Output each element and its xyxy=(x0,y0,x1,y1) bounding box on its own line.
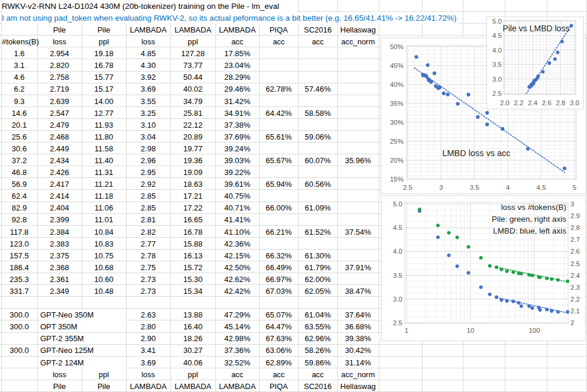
cell[interactable]: 4.85 xyxy=(127,48,170,59)
cell[interactable]: 11.18 xyxy=(82,190,125,202)
cell[interactable]: 45.14% xyxy=(216,321,259,332)
cell[interactable]: 38.47% xyxy=(338,286,378,297)
cell[interactable]: 15.88 xyxy=(171,238,215,250)
cell[interactable]: 62.4 xyxy=(2,190,37,202)
cell[interactable]: 64.42% xyxy=(260,108,298,119)
header-cell[interactable]: Pile xyxy=(82,24,125,35)
cell[interactable]: 2.468 xyxy=(38,131,81,142)
cell[interactable]: 62.05% xyxy=(299,286,337,297)
cell[interactable]: 19.36 xyxy=(171,155,215,166)
cell[interactable]: 235.3 xyxy=(2,274,37,285)
cell[interactable]: 66.21% xyxy=(260,226,298,238)
cell[interactable]: 2.414 xyxy=(38,190,81,202)
cell[interactable]: 14.00 xyxy=(82,96,125,107)
header-cell[interactable]: acc xyxy=(299,369,337,380)
header-cell[interactable]: Pile xyxy=(38,381,81,392)
cell[interactable]: 2.73 xyxy=(127,274,170,285)
cell[interactable]: 117.8 xyxy=(2,226,37,238)
header-cell[interactable]: LAMBADA xyxy=(171,381,215,392)
header-cell[interactable]: acc xyxy=(216,36,259,47)
cell[interactable]: 20.89 xyxy=(171,131,215,142)
cell[interactable]: 14.6 xyxy=(2,108,37,119)
cell[interactable]: 3.25 xyxy=(127,108,170,119)
header-cell[interactable]: loss xyxy=(127,369,170,380)
cell[interactable]: 10.84 xyxy=(82,226,125,238)
cell[interactable]: 42.62% xyxy=(216,274,259,285)
cell[interactable]: 37.36% xyxy=(216,345,259,356)
cell[interactable]: 15.30 xyxy=(171,274,215,285)
cell[interactable]: 32.52% xyxy=(216,357,259,368)
cell[interactable]: 37.91% xyxy=(338,262,378,273)
cell[interactable]: 3.69 xyxy=(127,357,170,368)
cell[interactable]: 16.78 xyxy=(171,226,215,238)
model-name-cell[interactable]: OPT 350M xyxy=(40,321,126,332)
cell[interactable]: 25.6 xyxy=(2,131,37,142)
cell[interactable]: 2.361 xyxy=(38,274,81,285)
cell[interactable]: 42.42% xyxy=(216,286,259,297)
cell[interactable]: 65.67% xyxy=(260,155,298,166)
cell[interactable]: 2.85 xyxy=(127,190,170,202)
header-cell[interactable]: acc_norm xyxy=(338,36,378,47)
cell[interactable]: 300.0 xyxy=(2,309,37,320)
cell[interactable]: 61.04% xyxy=(299,309,337,320)
cell[interactable]: 60.07% xyxy=(299,155,337,166)
model-name-cell[interactable]: GPT-2 124M xyxy=(40,357,126,368)
cell[interactable]: 73.77 xyxy=(171,60,215,71)
header-cell[interactable]: PIQA xyxy=(260,381,298,392)
cell[interactable]: 2.758 xyxy=(38,72,81,83)
cell[interactable]: 2.417 xyxy=(38,179,81,190)
cell[interactable]: 16.40 xyxy=(171,321,215,332)
cell[interactable]: 2.95 xyxy=(127,167,170,178)
cell[interactable]: 62.89% xyxy=(260,357,298,368)
cell[interactable]: 15.77 xyxy=(82,72,125,83)
cell[interactable]: 37.69% xyxy=(216,131,259,142)
cell[interactable]: 2.81 xyxy=(127,214,170,225)
cell[interactable]: 58.58% xyxy=(299,108,337,119)
cell[interactable]: 3.69 xyxy=(127,83,170,95)
cell[interactable]: 41.10% xyxy=(216,226,259,238)
cell[interactable]: 10.60 xyxy=(82,274,125,285)
cell[interactable]: 4.30 xyxy=(127,60,170,71)
cell[interactable]: 66.32% xyxy=(260,250,298,261)
cell[interactable]: 2.547 xyxy=(38,108,81,119)
cell[interactable]: 92.8 xyxy=(2,214,37,225)
cell[interactable]: 2.820 xyxy=(38,60,81,71)
cell[interactable]: 15.34 xyxy=(171,286,215,297)
cell[interactable]: 18.63 xyxy=(171,179,215,190)
cell[interactable]: 29.46% xyxy=(216,83,259,95)
cell[interactable]: 3.92 xyxy=(127,72,170,83)
cell[interactable]: 3.04 xyxy=(127,131,170,142)
cell[interactable]: 16.78 xyxy=(82,60,125,71)
cell[interactable]: 10.48 xyxy=(82,286,125,297)
header-cell[interactable]: ppl xyxy=(82,36,125,47)
cell[interactable]: 2.368 xyxy=(38,262,81,273)
cell[interactable]: 23.04% xyxy=(216,60,259,71)
cell[interactable]: 2.434 xyxy=(38,155,81,166)
cell[interactable]: 19.18 xyxy=(82,48,125,59)
cell[interactable]: 60.56% xyxy=(299,179,337,190)
cell[interactable]: 2.449 xyxy=(38,143,81,154)
cell[interactable]: 11.21 xyxy=(82,179,125,190)
cell[interactable]: 11.31 xyxy=(82,167,125,178)
cell[interactable]: 2.92 xyxy=(127,179,170,190)
cell[interactable]: 66.00% xyxy=(260,202,298,213)
cell[interactable]: 2.78 xyxy=(127,250,170,261)
cell[interactable]: 10.83 xyxy=(82,238,125,250)
cell[interactable]: 2.375 xyxy=(38,250,81,261)
header-cell[interactable]: loss xyxy=(38,369,81,380)
cell[interactable]: 11.93 xyxy=(82,119,125,131)
cell[interactable]: 2.73 xyxy=(127,286,170,297)
cell[interactable]: 16.13 xyxy=(171,250,215,261)
cell[interactable]: 56.9 xyxy=(2,179,37,190)
cell[interactable]: 28.29% xyxy=(216,72,259,83)
cell[interactable]: 2.63 xyxy=(127,309,170,320)
cell[interactable]: 6.2 xyxy=(2,83,37,95)
cell[interactable]: 11.40 xyxy=(82,155,125,166)
cell[interactable]: 2.479 xyxy=(38,119,81,131)
header-cell[interactable]: LAMBADA xyxy=(171,24,215,35)
cell[interactable]: 61.79% xyxy=(299,262,337,273)
cell[interactable]: 2.82 xyxy=(127,226,170,238)
header-cell[interactable]: #tokens(B) xyxy=(2,36,37,47)
cell[interactable]: 63.55% xyxy=(299,321,337,332)
cell[interactable]: 13.88 xyxy=(171,309,215,320)
